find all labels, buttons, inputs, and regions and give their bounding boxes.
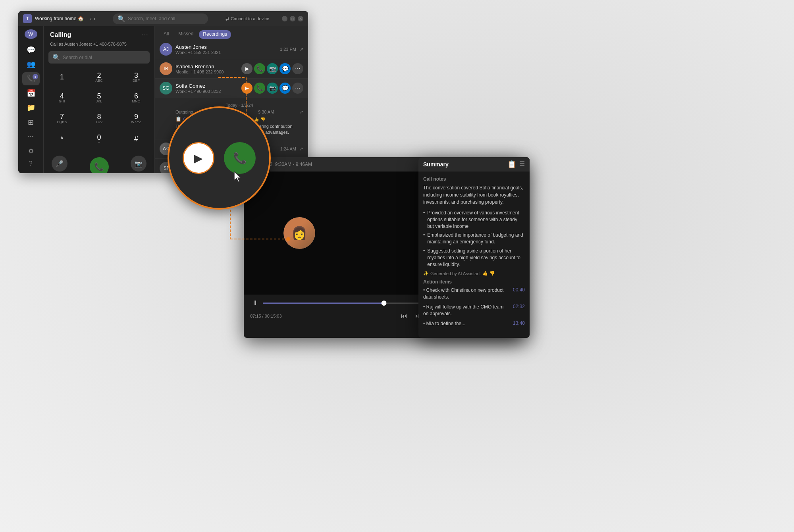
bullet-2: • Emphasized the importance of budgeting… [423, 232, 525, 245]
action-name-3: Mia [426, 321, 434, 326]
sidebar-item-more[interactable]: ··· [22, 130, 40, 143]
dial-key-2[interactable]: 2 ABC [89, 68, 110, 86]
thumbsdown-icon[interactable]: 👎 [490, 271, 495, 276]
summary-notes-btn[interactable]: ☰ [519, 160, 525, 169]
nav-forward[interactable]: › [93, 15, 95, 22]
action-timestamp-2[interactable]: 02:32 [513, 304, 525, 309]
bullet-3: • Suggested setting aside a portion of h… [423, 248, 525, 268]
magnify-call-button[interactable]: 📞 [224, 142, 256, 174]
call-name-ib1: Isabella Brennan [175, 64, 238, 69]
maximize-button[interactable]: □ [290, 16, 295, 21]
dial-key-hash[interactable]: # [126, 130, 146, 148]
play-recording-ib1[interactable]: ▶ [241, 63, 252, 74]
call-info-aj1: Austen Jones Work: +1 359 231 2321 [175, 44, 277, 55]
search-input[interactable] [128, 16, 203, 21]
minimize-button[interactable]: ─ [282, 16, 287, 21]
sidebar-item-calls[interactable]: 📞 4 [22, 72, 40, 85]
dial-key-star[interactable]: * [52, 130, 72, 148]
call-item-isabella-1[interactable]: IB Isabella Brennan Mobile: +1 408 232 9… [155, 59, 308, 79]
dial-key-5[interactable]: 5 JKL [89, 89, 110, 106]
outgoing-icon-sg: ↗ [299, 109, 303, 115]
audio-button[interactable]: 🎤 [52, 156, 67, 172]
sidebar-item-teams[interactable]: 👥 [22, 58, 40, 71]
call-name-sg: Sofia Gomez [175, 83, 238, 89]
dial-actions: 🎤 Audio 📞 📷 Video [44, 152, 154, 173]
connect-label: Connect to a device [231, 16, 269, 21]
summary-intro-text: The conversation covered Sofia financial… [423, 184, 525, 206]
close-button[interactable]: ✕ [298, 16, 303, 21]
call-back-sg[interactable]: 📞 [254, 83, 265, 94]
dial-key-4[interactable]: 4 GHI [52, 89, 72, 106]
video-call-sg[interactable]: 📷 [267, 83, 278, 94]
call-avatar-ib1: IB [160, 62, 172, 75]
user-avatar[interactable]: W [25, 29, 37, 39]
dial-key-8[interactable]: 8 TUV [89, 110, 110, 127]
generated-label: Generated by AI Assistant [430, 271, 481, 276]
play-recording-sg[interactable]: ▶ [241, 83, 252, 94]
more-icon: ··· [28, 132, 34, 141]
bullet-text-1: Provided an overview of various investme… [427, 210, 525, 229]
pause-button[interactable]: ⏸ [250, 298, 260, 308]
call-avatar-aj1: AJ [160, 43, 172, 56]
dial-key-6[interactable]: 6 MNO [126, 89, 146, 106]
call-item-sofia[interactable]: SG Sofia Gomez Work: +1 490 900 3232 ▶ 📞… [155, 79, 308, 98]
action-text-1: • Check with Christina on new product da… [423, 287, 510, 301]
call-item-austen-jones-1[interactable]: AJ Austen Jones Work: +1 359 231 2321 1:… [155, 40, 308, 59]
video-button[interactable]: 📷 [131, 156, 146, 172]
call-number-aj1: Work: +1 359 231 2321 [175, 50, 277, 55]
bullet-1: • Provided an overview of various invest… [423, 210, 525, 229]
sofia-avatar-face: 👩 [283, 217, 315, 249]
dial-key-9[interactable]: 9 WXYZ [126, 110, 146, 127]
progress-thumb[interactable] [382, 301, 387, 306]
dial-key-3[interactable]: 3 DEF [126, 68, 146, 86]
thumbsup-icon[interactable]: 👍 [482, 271, 488, 276]
notes-icon: 📋 [175, 116, 181, 122]
sidebar-item-chat[interactable]: 💬 [22, 44, 40, 56]
summary-icon[interactable]: 📋 [507, 160, 516, 169]
connect-device-button[interactable]: ⇄ Connect to a device [225, 16, 269, 21]
tab-all[interactable]: All [160, 29, 173, 40]
call-back-ib1[interactable]: 📞 [254, 63, 265, 74]
app-icon: T [23, 14, 32, 23]
action-item-3: • Mia to define the... 13:40 [423, 320, 525, 327]
search-dial-container[interactable]: 🔍 [48, 51, 150, 64]
dial-key-7[interactable]: 7 PQRS [52, 110, 72, 127]
more-sg[interactable]: ⋯ [292, 83, 303, 94]
window-controls: ─ □ ✕ [282, 16, 303, 21]
dial-search-icon: 🔍 [52, 54, 60, 61]
sidebar-item-files[interactable]: 📁 [22, 101, 40, 114]
direction-label: Outgoing [175, 110, 193, 114]
magnify-circle: ▶ 📞 [168, 106, 271, 210]
call-name-aj1: Austen Jones [175, 44, 277, 50]
calling-more-icon[interactable]: ⋯ [142, 31, 148, 39]
chat-sg[interactable]: 💬 [279, 83, 291, 94]
sidebar-item-calendar[interactable]: 📅 [22, 87, 40, 100]
sidebar-help[interactable]: ? [25, 157, 37, 170]
tab-missed[interactable]: Missed [174, 29, 197, 40]
calling-header: Calling ⋯ [44, 26, 154, 42]
nav-back[interactable]: ‹ [90, 15, 92, 22]
call-info-ib1: Isabella Brennan Mobile: +1 408 232 9900 [175, 64, 238, 74]
thumb-down-icon[interactable]: 👎 [260, 117, 265, 121]
action-timestamp-1[interactable]: 00:40 [513, 287, 525, 293]
sidebar-settings[interactable]: ⚙ [25, 145, 37, 157]
sidebar-item-apps[interactable]: ⊞ [22, 116, 40, 128]
video-call-ib1[interactable]: 📷 [267, 63, 278, 74]
search-bar[interactable]: 🔍 [113, 13, 208, 24]
chat-ib1[interactable]: 💬 [279, 63, 291, 74]
generated-bar: ✨ Generated by AI Assistant 👍 👎 [423, 271, 525, 276]
video-col: 📷 Video [131, 156, 146, 173]
call-button[interactable]: 📞 [90, 157, 109, 173]
dial-key-1[interactable]: 1 [52, 68, 72, 86]
tab-recordings[interactable]: Recordings [199, 30, 231, 39]
rewind-button[interactable]: ⏮ [399, 311, 409, 321]
summary-panel: Summary 📋 ☰ Call notes The conversation … [418, 157, 530, 338]
search-dial-input[interactable] [63, 55, 146, 60]
summary-title: Summary [423, 161, 449, 168]
action-timestamp-3[interactable]: 13:40 [513, 320, 525, 326]
more-ib1[interactable]: ⋯ [292, 63, 303, 74]
ai-icon: ✨ [423, 271, 429, 276]
dial-key-0[interactable]: 0 + [89, 130, 110, 148]
audio-col: 🎤 Audio [52, 156, 67, 173]
magnify-play-button[interactable]: ▶ [183, 142, 214, 174]
